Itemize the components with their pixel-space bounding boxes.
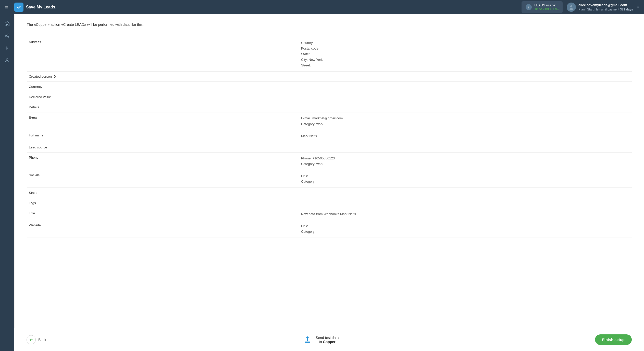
field-value: Mark Netis: [299, 130, 632, 142]
svg-point-5: [8, 37, 9, 38]
svg-point-2: [569, 8, 573, 10]
table-row: TitleNew data from Webhooks Mark Netis: [27, 208, 632, 220]
table-row: Created person ID: [27, 72, 632, 82]
svg-point-3: [5, 35, 7, 37]
svg-text:$: $: [6, 46, 8, 50]
chevron-down-icon[interactable]: ▾: [637, 5, 639, 9]
field-value: Link:Category:: [299, 220, 632, 238]
main-layout: $ The «Copper» action «Create LEAD» will…: [0, 14, 644, 351]
table-row: Tags: [27, 198, 632, 208]
leads-usage-section: i LEADS usage: 18 of 2'000 (1%): [522, 1, 563, 13]
field-label: Currency: [27, 82, 299, 92]
field-value: [299, 142, 632, 152]
inner-panel: The «Copper» action «Create LEAD» will b…: [14, 14, 644, 328]
table-row: Full nameMark Netis: [27, 130, 632, 142]
sidebar: $: [0, 14, 14, 351]
svg-line-6: [6, 35, 8, 35]
field-value: [299, 188, 632, 198]
finish-setup-button[interactable]: Finish setup: [595, 334, 632, 345]
svg-rect-0: [16, 4, 22, 10]
field-value: [299, 82, 632, 92]
field-value: [299, 92, 632, 102]
field-label: Tags: [27, 198, 299, 208]
field-value: Phone: +16505550123Category: work: [299, 152, 632, 170]
user-avatar: [567, 3, 576, 12]
field-value: [299, 198, 632, 208]
field-label: Declared value: [27, 92, 299, 102]
table-row: SocialsLink:Category:: [27, 170, 632, 188]
sidebar-item-home[interactable]: [2, 18, 12, 29]
field-label: Phone: [27, 152, 299, 170]
field-label: Socials: [27, 170, 299, 188]
field-label: Full name: [27, 130, 299, 142]
svg-point-1: [570, 5, 572, 7]
field-label: Title: [27, 208, 299, 220]
send-test-text: Send test data to Copper: [316, 336, 339, 344]
svg-line-7: [6, 36, 8, 37]
field-label: Status: [27, 188, 299, 198]
sidebar-item-billing[interactable]: $: [2, 43, 12, 53]
table-row: Lead source: [27, 142, 632, 152]
table-row: PhonePhone: +16505550123Category: work: [27, 152, 632, 170]
svg-point-9: [6, 59, 8, 61]
info-icon: i: [526, 4, 532, 10]
back-button[interactable]: Back: [27, 335, 46, 344]
field-label: Details: [27, 102, 299, 112]
field-label: Lead source: [27, 142, 299, 152]
field-value: [299, 102, 632, 112]
table-row: E-mailE-mail: marknet@gmail.comCategory:…: [27, 112, 632, 130]
table-row: Declared value: [27, 92, 632, 102]
field-label: Address: [27, 37, 299, 72]
upload-icon: [302, 335, 313, 345]
field-label: E-mail: [27, 112, 299, 130]
page-content: The «Copper» action «Create LEAD» will b…: [15, 14, 644, 246]
user-info: alice.savemyleads@gmail.com Plan | Start…: [578, 3, 633, 12]
table-row: Status: [27, 188, 632, 198]
table-row: AddressCountry:Postal code:State:City: N…: [27, 37, 632, 72]
field-value: New data from Webhooks Mark Netis: [299, 208, 632, 220]
content-area: The «Copper» action «Create LEAD» will b…: [14, 14, 644, 351]
table-row: Currency: [27, 82, 632, 92]
logo-icon: [14, 3, 23, 12]
field-label: Created person ID: [27, 72, 299, 82]
field-value: Link:Category:: [299, 170, 632, 188]
action-description: The «Copper» action «Create LEAD» will b…: [27, 22, 632, 31]
app-header: ≡ Save My Leads. i LEADS usage: 18 of 2'…: [0, 0, 644, 14]
table-row: Details: [27, 102, 632, 112]
table-row: WebsiteLink:Category:: [27, 220, 632, 238]
user-section[interactable]: alice.savemyleads@gmail.com Plan | Start…: [567, 3, 639, 12]
app-title: Save My Leads.: [26, 5, 56, 9]
footer-actions: Back Send test data to Copper Finish set…: [14, 328, 644, 351]
svg-rect-11: [305, 342, 310, 343]
field-value: [299, 72, 632, 82]
send-test-button[interactable]: Send test data to Copper: [302, 335, 339, 345]
sidebar-item-account[interactable]: [2, 55, 12, 65]
sidebar-item-connections[interactable]: [2, 31, 12, 41]
hamburger-icon[interactable]: ≡: [5, 4, 8, 10]
svg-point-4: [8, 34, 9, 35]
leads-usage-text: LEADS usage: 18 of 2'000 (1%): [534, 3, 559, 11]
field-value: Country:Postal code:State:City: New York…: [299, 37, 632, 72]
app-logo[interactable]: Save My Leads.: [14, 3, 56, 12]
fields-table: AddressCountry:Postal code:State:City: N…: [27, 37, 632, 238]
back-icon: [27, 335, 36, 344]
field-value: E-mail: marknet@gmail.comCategory: work: [299, 112, 632, 130]
field-label: Website: [27, 220, 299, 238]
